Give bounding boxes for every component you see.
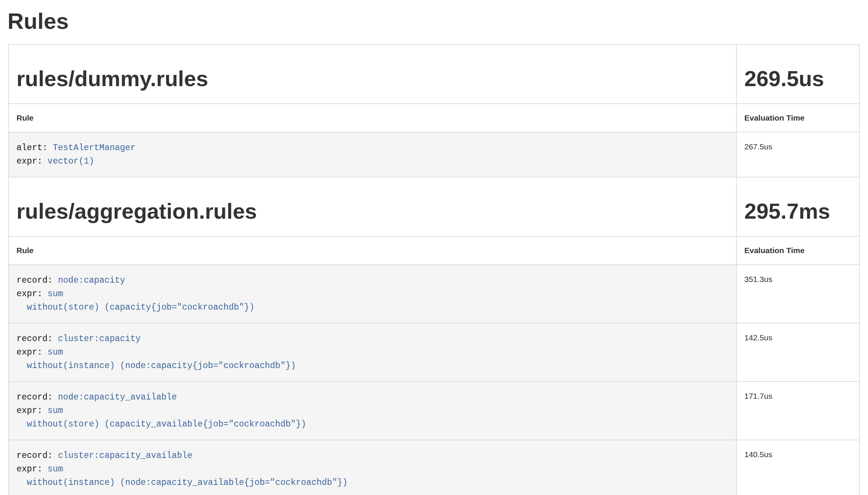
rule-code-key: record: [16,392,53,402]
rule-code-cell: record: node:capacityexpr: sum without(s… [9,265,736,323]
group-file-name: rules/aggregation.rules [16,199,736,223]
rule-code-cell: record: cluster:capacityexpr: sum withou… [9,323,736,382]
rule-name-link[interactable]: TestAlertManager [53,143,136,153]
rule-expr-text: sum [48,464,63,474]
rule-eval-time-cell: 142.5us [736,323,859,382]
group-file-cell: rules/aggregation.rules [9,177,736,236]
rule-row: record: node:capacity_availableexpr: sum… [9,382,859,440]
rule-name-link[interactable]: cluster:capacity_available [58,451,192,461]
rule-code-cell: alert: TestAlertManagerexpr: vector(1) [9,132,736,177]
rule-row: record: cluster:capacity_availableexpr: … [9,440,859,495]
rule-code-key: record: [16,276,53,285]
group-total-eval-time-cell: 295.7ms [736,177,859,236]
rule-code-line: without(store) (capacity_available{job="… [16,417,729,431]
rule-group-header-row: rules/aggregation.rules295.7ms [9,177,859,236]
rules-table: rules/dummy.rules269.5usRuleEvaluation T… [8,44,860,495]
rule-column-header: Rule [9,236,736,265]
rule-name-link[interactable]: node:capacity_available [58,392,177,402]
rule-eval-time-cell: 140.5us [736,440,859,495]
rule-eval-time: 171.7us [744,392,772,400]
rule-code-key: expr: [16,289,42,299]
rule-row: record: node:capacityexpr: sum without(s… [9,265,859,323]
column-header-row: RuleEvaluation Time [9,104,859,132]
rule-eval-time-cell: 171.7us [736,382,859,440]
rule-code-line: without(instance) (node:capacity{job="co… [16,359,729,373]
rule-code-line: record: node:capacity [16,274,729,287]
evaluation-time-column-header: Evaluation Time [736,236,859,265]
rule-code-key: record: [16,451,53,461]
rule-expr-text: sum [48,406,63,416]
rule-expr-text: without(store) (capacity{job="cockroachd… [16,303,254,312]
rule-code-line: without(instance) (node:capacity_availab… [16,476,729,489]
rule-code-line: record: cluster:capacity_available [16,449,729,462]
rule-code-key: expr: [16,347,42,357]
group-total-eval-time: 269.5us [744,67,859,91]
rule-eval-time: 267.5us [744,142,772,151]
rule-eval-time: 142.5us [744,333,772,342]
rule-eval-time-cell: 351.3us [736,265,859,323]
rule-code-cell: record: cluster:capacity_availableexpr: … [9,440,736,495]
rule-code-key: record: [16,334,53,344]
rule-column-header: Rule [9,104,736,132]
rule-code-line: expr: vector(1) [16,155,729,168]
rule-code-line: record: node:capacity_available [16,391,729,404]
page-title: Rules [7,9,868,34]
rule-expr-text: sum [48,289,63,299]
group-total-eval-time: 295.7ms [744,199,859,223]
rule-code-line: expr: sum [16,346,729,359]
rule-expr-text: without(store) (capacity_available{job="… [16,419,306,429]
evaluation-time-column-header: Evaluation Time [736,104,859,132]
rule-expr-text: vector(1) [48,157,94,166]
rule-code-line: expr: sum [16,287,729,301]
rule-code-line: expr: sum [16,404,729,417]
group-file-name: rules/dummy.rules [16,67,736,91]
rule-group-header-row: rules/dummy.rules269.5us [9,45,859,104]
group-total-eval-time-cell: 269.5us [736,45,859,104]
rule-eval-time-cell: 267.5us [736,132,859,177]
rule-code-cell: record: node:capacity_availableexpr: sum… [9,382,736,440]
rule-row: record: cluster:capacityexpr: sum withou… [9,323,859,382]
rule-name-link[interactable]: cluster:capacity [58,334,141,344]
rule-expr-text: without(instance) (node:capacity_availab… [16,478,347,488]
group-file-cell: rules/dummy.rules [9,45,736,104]
rule-code-key: alert: [16,143,48,153]
rule-code-line: alert: TestAlertManager [16,141,729,155]
rule-code-key: expr: [16,406,42,416]
rule-row: alert: TestAlertManagerexpr: vector(1)26… [9,132,859,177]
rule-eval-time: 140.5us [744,450,772,459]
rule-code-line: without(store) (capacity{job="cockroachd… [16,301,729,314]
rule-code-line: expr: sum [16,462,729,476]
rule-code-key: expr: [16,464,42,474]
rule-expr-text: sum [48,347,63,357]
column-header-row: RuleEvaluation Time [9,236,859,265]
rule-name-link[interactable]: node:capacity [58,276,125,285]
rule-code-key: expr: [16,157,42,166]
rule-code-line: record: cluster:capacity [16,332,729,346]
rule-eval-time: 351.3us [744,275,772,283]
rule-expr-text: without(instance) (node:capacity{job="co… [16,361,296,371]
